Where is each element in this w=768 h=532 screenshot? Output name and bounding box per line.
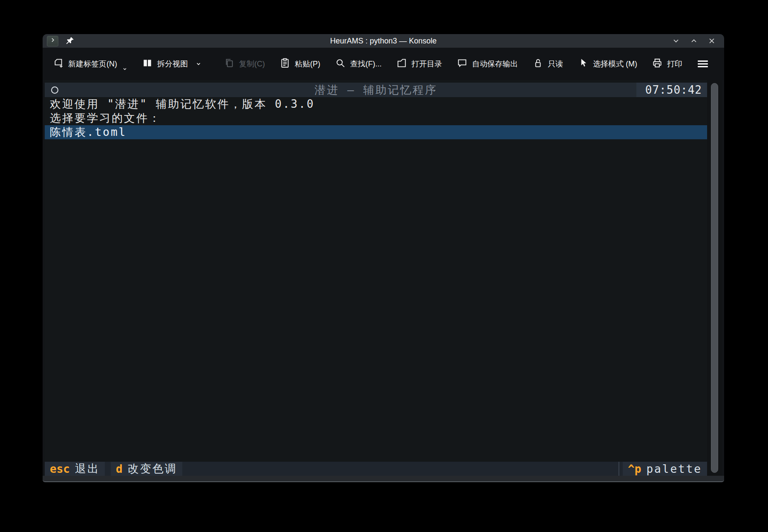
welcome-line: 欢迎使用 "潜进" 辅助记忆软件，版本 0.3.0 (45, 97, 707, 111)
key-label: ^p (628, 463, 641, 475)
new-tab-button[interactable]: 新建标签页(N) (53, 58, 127, 71)
hamburger-menu-icon[interactable] (697, 58, 709, 69)
find-label: 查找(F)... (350, 59, 382, 69)
scrollbar-track[interactable] (707, 80, 722, 476)
printer-icon (652, 58, 663, 71)
paste-button[interactable]: 粘贴(P) (279, 58, 320, 71)
speech-bubble-icon (457, 58, 468, 71)
maximize-button[interactable] (690, 37, 698, 45)
tui-footer: esc 退出 d 改变色调 ^p palette (45, 462, 707, 476)
footer-spacer (188, 462, 618, 476)
key-label: esc (50, 463, 70, 475)
footer-binding-palette[interactable]: ^p palette (623, 462, 707, 476)
folder-icon (396, 58, 407, 71)
header-clock: 07:50:42 (636, 83, 707, 97)
paste-icon (279, 58, 291, 71)
action-label: 退出 (75, 461, 100, 476)
window-menu-button[interactable] (47, 36, 58, 46)
copy-label: 复制(C) (239, 59, 265, 69)
paste-label: 粘贴(P) (295, 59, 320, 69)
prompt-line: 选择要学习的文件： (45, 111, 707, 125)
cursor-icon (578, 58, 589, 71)
print-label: 打印 (667, 59, 682, 69)
footer-binding-quit[interactable]: esc 退出 (45, 462, 105, 476)
scrollbar-thumb[interactable] (711, 83, 718, 473)
autosave-output-button[interactable]: 自动保存输出 (457, 58, 518, 71)
chevron-right-icon (50, 37, 56, 45)
terminal-view: 潜进 – 辅助记忆程序 07:50:42 欢迎使用 "潜进" 辅助记忆软件，版本… (45, 80, 722, 476)
chevron-down-icon (196, 61, 201, 67)
search-icon (335, 58, 346, 71)
read-only-button[interactable]: 只读 (532, 58, 563, 71)
titlebar: HeurAMS : python3 — Konsole (43, 34, 724, 48)
toolbar: 新建标签页(N) 拆分视图 复制(C) (43, 48, 724, 80)
print-button[interactable]: 打印 (652, 58, 682, 71)
content-lines: 欢迎使用 "潜进" 辅助记忆软件，版本 0.3.0 选择要学习的文件： 陈情表.… (45, 97, 707, 139)
open-directory-button[interactable]: 打开目录 (396, 58, 442, 71)
minimize-button[interactable] (672, 37, 680, 45)
split-view-icon (142, 58, 153, 71)
footer-binding-theme[interactable]: d 改变色调 (111, 462, 182, 476)
action-label: 改变色调 (128, 461, 177, 476)
app-title: 潜进 – 辅助记忆程序 (45, 83, 707, 98)
command-palette-icon[interactable] (51, 86, 58, 94)
find-button[interactable]: 查找(F)... (335, 58, 382, 71)
unlock-icon (532, 58, 544, 71)
new-tab-label: 新建标签页(N) (68, 59, 117, 69)
split-view-label: 拆分视图 (157, 59, 188, 69)
close-button[interactable] (708, 37, 716, 45)
copy-button: 复制(C) (224, 58, 265, 71)
chevron-down-icon (122, 66, 127, 72)
key-label: d (116, 463, 123, 475)
keep-above-pin-icon[interactable] (65, 36, 75, 46)
konsole-window: HeurAMS : python3 — Konsole 新建标签页(N) (43, 34, 724, 482)
window-title: HeurAMS : python3 — Konsole (43, 37, 724, 46)
copy-icon (224, 58, 235, 71)
tui-app: 潜进 – 辅助记忆程序 07:50:42 欢迎使用 "潜进" 辅助记忆软件，版本… (45, 80, 707, 476)
action-label: palette (646, 463, 702, 475)
select-mode-label: 选择模式 (M) (593, 59, 637, 69)
window-controls (672, 37, 716, 45)
window-bottom-frame (43, 476, 724, 482)
select-mode-button[interactable]: 选择模式 (M) (578, 58, 637, 71)
new-tab-icon (53, 58, 64, 71)
split-view-button[interactable]: 拆分视图 (142, 58, 201, 71)
open-directory-label: 打开目录 (411, 59, 442, 69)
footer-divider (618, 462, 619, 476)
autosave-output-label: 自动保存输出 (472, 59, 518, 69)
tui-header: 潜进 – 辅助记忆程序 07:50:42 (45, 83, 707, 97)
read-only-label: 只读 (548, 59, 563, 69)
list-item-selected[interactable]: 陈情表.toml (45, 125, 707, 139)
